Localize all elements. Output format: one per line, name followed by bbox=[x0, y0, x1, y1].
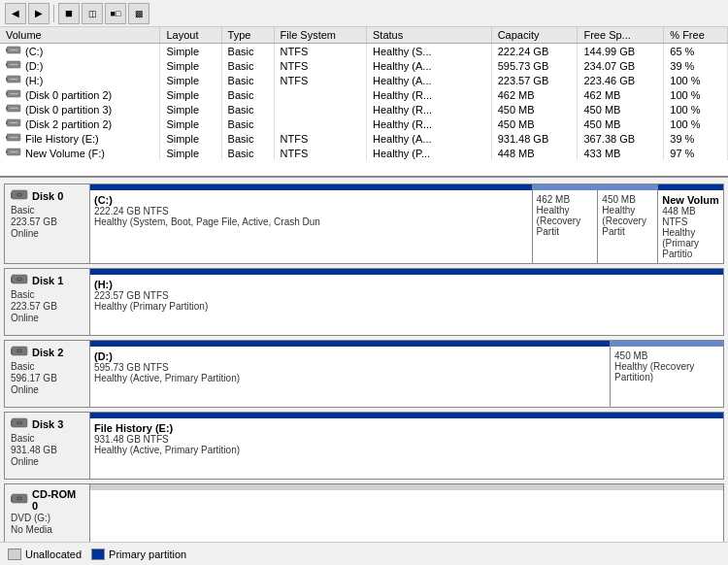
toolbar: ◀ ▶ ■ ◫ ■□ ▩ bbox=[0, 0, 728, 27]
legend-primary: Primary partition bbox=[91, 548, 186, 560]
volume-cell: (C:) bbox=[0, 44, 160, 59]
partition-0-1[interactable]: 462 MBHealthy (Recovery Partit bbox=[533, 184, 599, 263]
disk-label-4: CD-ROM 0DVD (G:)No Media bbox=[5, 484, 90, 542]
back-button[interactable]: ◀ bbox=[5, 3, 26, 24]
partition-0-0[interactable]: (C:)222.24 GB NTFSHealthy (System, Boot,… bbox=[90, 184, 533, 263]
disk-icon bbox=[11, 492, 28, 508]
volume-cell: File History (E:) bbox=[0, 131, 160, 146]
volume-cell: New Volume (F:) bbox=[0, 146, 160, 160]
col-status[interactable]: Status bbox=[367, 27, 492, 44]
cell-fs: NTFS bbox=[274, 131, 366, 146]
table-row[interactable]: (C:)SimpleBasicNTFSHealthy (S...222.24 G… bbox=[0, 44, 728, 59]
cell-type: Basic bbox=[221, 58, 274, 73]
cell-free: 450 MB bbox=[578, 116, 664, 131]
disk-row-4: CD-ROM 0DVD (G:)No Media bbox=[4, 483, 724, 542]
action-button-3[interactable]: ■□ bbox=[105, 3, 126, 24]
disk-label-2: Disk 2Basic596.17 GBOnline bbox=[5, 341, 90, 407]
cell-type: Basic bbox=[221, 131, 274, 146]
cell-pct: 100 % bbox=[664, 102, 728, 116]
cell-free: 433 MB bbox=[578, 146, 664, 160]
no-media-partition bbox=[90, 484, 723, 542]
volume-cell: (D:) bbox=[0, 58, 160, 73]
svg-rect-4 bbox=[6, 63, 8, 66]
cell-pct: 100 % bbox=[664, 87, 728, 102]
svg-point-39 bbox=[18, 422, 20, 424]
cell-type: Basic bbox=[221, 73, 274, 87]
table-row[interactable]: File History (E:)SimpleBasicNTFSHealthy … bbox=[0, 131, 728, 146]
cell-status: Healthy (R... bbox=[367, 116, 492, 131]
action-button-4[interactable]: ▩ bbox=[128, 3, 149, 24]
cell-pct: 39 % bbox=[664, 131, 728, 146]
svg-rect-10 bbox=[6, 92, 8, 95]
partition-0-3[interactable]: New Volume (F:)448 MB NTFSHealthy (Prima… bbox=[658, 184, 723, 263]
svg-rect-37 bbox=[11, 420, 13, 426]
disk-row-1: Disk 1Basic223.57 GBOnline(H:)223.57 GB … bbox=[4, 268, 724, 336]
svg-rect-16 bbox=[6, 121, 8, 124]
svg-rect-22 bbox=[6, 150, 8, 153]
primary-box bbox=[91, 548, 105, 560]
partition-2-1[interactable]: 450 MBHealthy (Recovery Partition) bbox=[611, 341, 723, 407]
disk-table-area[interactable]: Volume Layout Type File System Status Ca… bbox=[0, 27, 728, 178]
unallocated-label: Unallocated bbox=[25, 548, 82, 560]
table-row[interactable]: (Disk 0 partition 3)SimpleBasicHealthy (… bbox=[0, 102, 728, 116]
svg-point-31 bbox=[18, 279, 20, 281]
col-pct[interactable]: % Free bbox=[664, 27, 728, 44]
cell-status: Healthy (P... bbox=[367, 146, 492, 160]
partition-0-2[interactable]: 450 MBHealthy (Recovery Partit bbox=[598, 184, 658, 263]
col-type[interactable]: Type bbox=[221, 27, 274, 44]
cell-fs: NTFS bbox=[274, 146, 366, 160]
disk-icon bbox=[11, 188, 28, 204]
cell-type: Basic bbox=[221, 146, 274, 160]
volume-cell: (Disk 0 partition 3) bbox=[0, 102, 160, 116]
table-row[interactable]: (Disk 0 partition 2)SimpleBasicHealthy (… bbox=[0, 87, 728, 102]
disk-visual-area[interactable]: Disk 0Basic223.57 GBOnline(C:)222.24 GB … bbox=[0, 178, 728, 542]
volume-cell: (H:) bbox=[0, 73, 160, 87]
cell-status: Healthy (R... bbox=[367, 102, 492, 116]
disk-3-partitions: File History (E:)931.48 GB NTFSHealthy (… bbox=[90, 413, 723, 479]
disk-table: Volume Layout Type File System Status Ca… bbox=[0, 27, 728, 160]
table-row[interactable]: (H:)SimpleBasicNTFSHealthy (A...223.57 G… bbox=[0, 73, 728, 87]
partition-2-0[interactable]: (D:)595.73 GB NTFSHealthy (Active, Prima… bbox=[90, 341, 611, 407]
partition-1-0[interactable]: (H:)223.57 GB NTFSHealthy (Primary Parti… bbox=[90, 269, 723, 335]
cell-status: Healthy (A... bbox=[367, 58, 492, 73]
disk-row-0: Disk 0Basic223.57 GBOnline(C:)222.24 GB … bbox=[4, 183, 724, 264]
col-volume[interactable]: Volume bbox=[0, 27, 160, 44]
partition-3-0[interactable]: File History (E:)931.48 GB NTFSHealthy (… bbox=[90, 413, 723, 479]
action-button-1[interactable]: ■ bbox=[58, 3, 80, 24]
cell-layout: Simple bbox=[160, 146, 221, 160]
table-row[interactable]: New Volume (F:)SimpleBasicNTFSHealthy (P… bbox=[0, 146, 728, 160]
disk-row-3: Disk 3Basic931.48 GBOnlineFile History (… bbox=[4, 412, 724, 480]
cell-layout: Simple bbox=[160, 58, 221, 73]
action-button-2[interactable]: ◫ bbox=[82, 3, 103, 24]
volume-cell: (Disk 2 partition 2) bbox=[0, 116, 160, 131]
cell-layout: Simple bbox=[160, 131, 221, 146]
svg-rect-1 bbox=[6, 49, 8, 51]
cell-free: 462 MB bbox=[578, 87, 664, 102]
table-row[interactable]: (D:)SimpleBasicNTFSHealthy (A...595.73 G… bbox=[0, 58, 728, 73]
disk-2-partitions: (D:)595.73 GB NTFSHealthy (Active, Prima… bbox=[90, 341, 723, 407]
drive-icon bbox=[6, 117, 21, 130]
col-layout[interactable]: Layout bbox=[160, 27, 221, 44]
separator-1 bbox=[53, 5, 54, 22]
cell-fs bbox=[274, 102, 366, 116]
cell-free: 450 MB bbox=[578, 102, 664, 116]
cell-free: 367.38 GB bbox=[578, 131, 664, 146]
col-free[interactable]: Free Sp... bbox=[578, 27, 664, 44]
cell-pct: 97 % bbox=[664, 146, 728, 160]
forward-button[interactable]: ▶ bbox=[28, 3, 50, 24]
cell-free: 223.46 GB bbox=[578, 73, 664, 87]
disk-icon bbox=[11, 345, 28, 360]
svg-point-43 bbox=[18, 498, 20, 500]
cell-status: Healthy (A... bbox=[367, 73, 492, 87]
cell-status: Healthy (A... bbox=[367, 131, 492, 146]
disk-0-partitions: (C:)222.24 GB NTFSHealthy (System, Boot,… bbox=[90, 184, 723, 263]
svg-rect-19 bbox=[6, 136, 8, 139]
legend-unallocated: Unallocated bbox=[8, 548, 82, 560]
disk-label-0: Disk 0Basic223.57 GBOnline bbox=[5, 184, 90, 263]
col-filesystem[interactable]: File System bbox=[274, 27, 366, 44]
cell-layout: Simple bbox=[160, 87, 221, 102]
drive-icon bbox=[6, 74, 21, 86]
table-row[interactable]: (Disk 2 partition 2)SimpleBasicHealthy (… bbox=[0, 116, 728, 131]
cell-capacity: 450 MB bbox=[491, 116, 578, 131]
col-capacity[interactable]: Capacity bbox=[491, 27, 578, 44]
